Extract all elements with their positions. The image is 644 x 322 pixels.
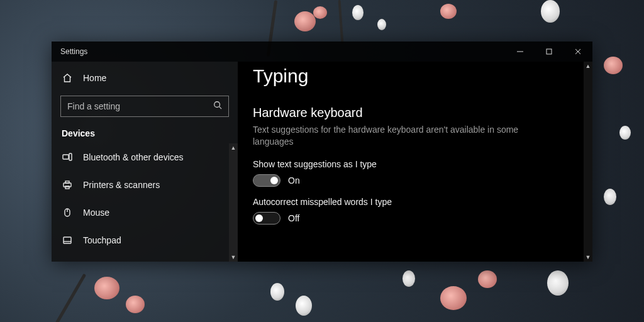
decor-bud <box>604 189 616 205</box>
close-icon <box>575 48 581 55</box>
window-title: Settings <box>60 47 87 56</box>
decor-petal <box>440 4 457 19</box>
scroll-up-icon[interactable]: ▲ <box>584 62 592 70</box>
sidebar-nav-list: Bluetooth & other devices Printers & sca… <box>52 143 238 262</box>
setting-text-suggestions: Show text suggestions as I type On <box>253 159 577 187</box>
svg-rect-13 <box>64 237 71 243</box>
sidebar: Home Devices Bluetooth & other devices <box>52 62 238 262</box>
section-title: Hardware keyboard <box>253 106 577 120</box>
sidebar-item-label: Printers & scanners <box>83 180 160 190</box>
toggle-state-text: Off <box>288 213 299 223</box>
setting-label: Autocorrect misspelled words I type <box>253 197 577 207</box>
minimize-button[interactable] <box>506 42 535 62</box>
decor-petal <box>94 277 119 299</box>
decor-petal <box>440 286 467 310</box>
sidebar-item-label: Bluetooth & other devices <box>83 152 184 162</box>
search-box[interactable] <box>60 96 229 117</box>
decor-bud <box>352 5 364 20</box>
scroll-down-icon[interactable]: ▼ <box>229 253 238 262</box>
decor-bud <box>547 270 569 296</box>
setting-label: Show text suggestions as I type <box>253 159 577 169</box>
svg-point-4 <box>214 102 220 108</box>
decor-petal <box>604 57 623 74</box>
svg-rect-1 <box>547 49 552 54</box>
touchpad-icon <box>62 235 73 246</box>
decor-bud <box>296 296 312 316</box>
sidebar-scrollbar[interactable]: ▲ ▼ <box>229 143 238 262</box>
setting-autocorrect: Autocorrect misspelled words I type Off <box>253 197 577 225</box>
svg-rect-9 <box>65 181 69 183</box>
home-icon <box>62 72 73 84</box>
scroll-down-icon[interactable]: ▼ <box>584 253 592 262</box>
maximize-button[interactable] <box>535 42 564 62</box>
decor-petal <box>478 270 497 288</box>
settings-window: Settings Home Devices <box>52 42 592 262</box>
svg-rect-7 <box>69 153 72 160</box>
svg-rect-10 <box>65 186 69 189</box>
sidebar-item-touchpad[interactable]: Touchpad <box>52 226 238 254</box>
sidebar-item-bluetooth[interactable]: Bluetooth & other devices <box>52 143 238 171</box>
sidebar-item-label: Touchpad <box>83 235 121 245</box>
svg-rect-6 <box>63 155 69 159</box>
decor-bud <box>402 270 415 287</box>
toggle-text-suggestions[interactable] <box>253 174 280 187</box>
search-input[interactable] <box>67 101 213 111</box>
decor-bud <box>377 19 386 30</box>
mouse-icon <box>62 207 73 218</box>
toggle-autocorrect[interactable] <box>253 212 280 225</box>
decor-twig <box>55 274 86 322</box>
search-icon <box>213 101 222 112</box>
decor-bud <box>619 126 631 140</box>
content-scrollbar[interactable]: ▲ ▼ <box>584 62 592 262</box>
decor-bud <box>541 0 560 23</box>
close-button[interactable] <box>564 42 592 62</box>
scroll-up-icon[interactable]: ▲ <box>229 143 238 152</box>
devices-icon <box>62 152 73 163</box>
content-pane: Typing Hardware keyboard Text suggestion… <box>238 62 592 262</box>
titlebar[interactable]: Settings <box>52 42 592 62</box>
home-nav[interactable]: Home <box>52 65 238 91</box>
svg-line-5 <box>219 107 222 109</box>
decor-bud <box>270 283 284 301</box>
maximize-icon <box>546 48 552 55</box>
decor-petal <box>294 11 316 31</box>
decor-petal <box>313 6 327 19</box>
decor-petal <box>126 296 145 313</box>
sidebar-item-label: Mouse <box>83 208 109 218</box>
sidebar-item-mouse[interactable]: Mouse <box>52 199 238 226</box>
page-title: Typing <box>253 65 577 87</box>
home-label: Home <box>83 73 106 83</box>
printer-icon <box>62 179 73 191</box>
sidebar-item-printers[interactable]: Printers & scanners <box>52 171 238 199</box>
decor-twig <box>338 0 344 44</box>
section-description: Text suggestions for the hardware keyboa… <box>253 124 555 148</box>
minimize-icon <box>517 48 523 55</box>
toggle-state-text: On <box>288 175 300 186</box>
sidebar-section-label: Devices <box>52 126 238 143</box>
